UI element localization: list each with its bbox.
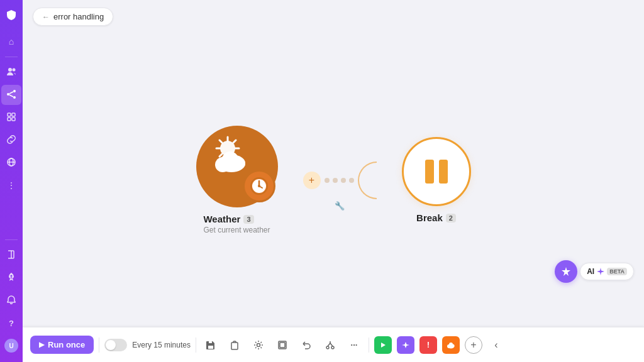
break-node-label: Break 2 [416, 212, 456, 223]
sidebar-divider-2 [5, 239, 18, 240]
pause-bar-right [439, 160, 448, 184]
svg-line-23 [233, 140, 236, 143]
cloud-orange-button[interactable] [442, 336, 460, 354]
sidebar-item-avatar[interactable]: U [1, 336, 21, 356]
weather-node-badge: 3 [243, 215, 253, 224]
run-once-label: Run once [48, 340, 85, 349]
wrench-icon: 🔧 [335, 201, 345, 211]
error-red-button[interactable]: ! [419, 336, 437, 354]
save-button[interactable] [201, 336, 220, 354]
book-icon [6, 250, 16, 261]
clock-overlay-icon [243, 170, 275, 202]
sidebar-item-home[interactable]: ⌂ [1, 31, 21, 52]
svg-line-5 [9, 92, 13, 94]
users-icon [6, 67, 16, 79]
dot-4 [349, 178, 354, 183]
more-icon: ⋮ [7, 180, 16, 190]
home-icon: ⌂ [9, 36, 14, 47]
schedule-toggle: Every 15 minutes [104, 339, 191, 351]
svg-point-0 [8, 68, 12, 72]
connector-dots [325, 178, 354, 183]
more-options-button[interactable]: ··· [345, 336, 364, 354]
run-once-button[interactable]: ▶ Run once [30, 336, 94, 354]
pause-icon [425, 160, 448, 184]
sidebar-item-help[interactable]: ? [1, 313, 21, 333]
run-green-button[interactable] [374, 336, 392, 354]
breadcrumb-label: error handling [53, 12, 104, 21]
breadcrumb-back-button[interactable]: ← error handling [33, 8, 113, 26]
settings-button[interactable] [249, 336, 268, 354]
svg-point-47 [449, 343, 453, 346]
collapse-toolbar-button[interactable]: ‹ [487, 336, 505, 354]
weather-node-label: Weather 3 Get current weather [203, 214, 270, 234]
weather-node-circle[interactable] [196, 126, 278, 207]
break-connector-curve [358, 162, 377, 199]
workflow-canvas[interactable]: Weather 3 Get current weather + 🔧 [23, 33, 644, 327]
sidebar-item-puzzle[interactable] [1, 107, 21, 128]
sidebar-item-rocket[interactable] [1, 268, 21, 288]
pause-bar-left [425, 160, 434, 184]
sidebar-item-share[interactable] [1, 85, 21, 105]
ai-button[interactable]: AI BETA [580, 263, 634, 280]
toggle-thumb [106, 340, 116, 350]
cut-button[interactable] [321, 336, 340, 354]
undo-button[interactable] [297, 336, 316, 354]
back-arrow-icon: ← [42, 13, 50, 21]
error-icon: ! [427, 340, 430, 349]
clipboard-button[interactable] [225, 336, 244, 354]
svg-point-28 [222, 151, 238, 168]
sidebar-item-link[interactable] [1, 130, 21, 150]
sidebar: ⌂ [0, 0, 23, 362]
puzzle-icon [6, 112, 16, 124]
svg-point-37 [257, 343, 260, 346]
break-node-badge: 2 [446, 214, 456, 222]
break-node-title: Break 2 [416, 212, 456, 223]
svg-point-41 [331, 346, 334, 349]
svg-marker-43 [381, 343, 386, 348]
svg-rect-36 [231, 343, 238, 349]
ai-panel: AI BETA [555, 260, 634, 283]
connector: + 🔧 [303, 162, 377, 199]
dot-1 [325, 178, 330, 183]
main-content: ← error handling [23, 0, 644, 362]
weather-node: Weather 3 Get current weather [196, 126, 278, 234]
toolbar-divider-1 [99, 337, 99, 353]
sidebar-item-users[interactable] [1, 62, 21, 82]
beta-badge: BETA [607, 268, 627, 275]
bell-icon [6, 295, 16, 307]
svg-rect-34 [208, 346, 213, 349]
add-tool-button[interactable]: + [465, 336, 482, 354]
add-step-button[interactable]: + [303, 172, 321, 189]
svg-line-6 [9, 95, 13, 97]
svg-rect-39 [280, 343, 285, 348]
svg-point-40 [326, 346, 329, 349]
svg-line-24 [219, 154, 222, 156]
break-node: Break 2 [402, 137, 471, 223]
sidebar-item-bell[interactable] [1, 290, 21, 310]
play-icon: ▶ [39, 341, 44, 349]
sidebar-item-globe[interactable] [1, 153, 21, 173]
svg-line-21 [219, 140, 222, 143]
weather-node-subtitle: Get current weather [203, 226, 270, 234]
schedule-switch[interactable] [104, 339, 127, 351]
ai-light-button[interactable] [555, 260, 577, 283]
break-node-circle[interactable] [402, 137, 471, 206]
svg-point-33 [258, 185, 260, 187]
ai-label: AI [587, 267, 594, 276]
workflow-nodes: Weather 3 Get current weather + 🔧 [196, 126, 471, 234]
app-logo [3, 6, 20, 24]
sidebar-item-more[interactable]: ⋮ [1, 175, 21, 195]
svg-point-3 [7, 93, 9, 96]
dot-3 [341, 178, 346, 183]
svg-rect-35 [209, 341, 212, 343]
sidebar-item-book[interactable] [1, 245, 21, 265]
dot-2 [333, 178, 338, 183]
schedule-label: Every 15 minutes [132, 341, 191, 349]
weather-node-title: Weather 3 [203, 214, 270, 224]
svg-rect-7 [8, 113, 11, 116]
globe-icon [6, 157, 16, 169]
toolbar: ▶ Run once Every 15 minutes [23, 327, 644, 362]
flow-purple-button[interactable] [397, 336, 414, 354]
frame-button[interactable] [273, 336, 292, 354]
svg-rect-10 [12, 118, 15, 121]
